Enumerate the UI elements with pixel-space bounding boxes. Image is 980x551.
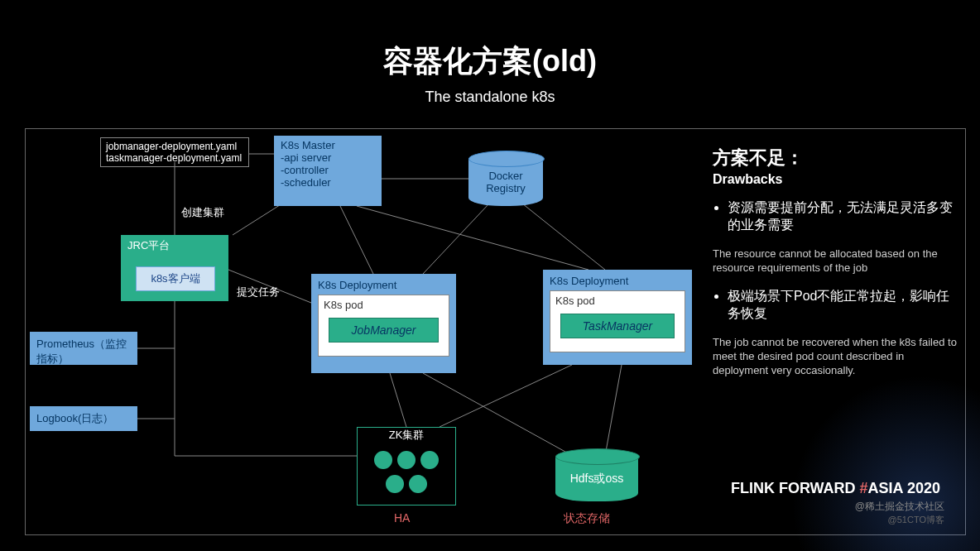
drawbacks-heading-en: Drawbacks [713, 172, 961, 187]
k8s-master-box: K8s Master -api server -controller -sche… [274, 136, 382, 206]
dep1-pod: K8s pod JobManager [318, 295, 449, 357]
jrc-platform-box: JRC平台 k8s客户端 [121, 235, 228, 301]
k8s-client-box: k8s客户端 [136, 266, 215, 291]
label-submit-task: 提交任务 [237, 285, 280, 299]
svg-line-6 [423, 204, 489, 274]
diagram-canvas: jobmanager-deployment.yaml taskmanager-d… [25, 128, 966, 535]
footer-p1: FLINK FORWARD [731, 480, 856, 496]
drawback-2-cn: 极端场景下Pod不能正常拉起，影响任务恢复 [728, 288, 961, 323]
prometheus-box: Prometheus（监控指标） [30, 332, 137, 365]
jrc-header: JRC平台 [127, 238, 222, 253]
zk-nodes [358, 449, 455, 497]
label-state-storage: 状态存储 [564, 511, 610, 526]
drawback-2-en: The job cannot be recovered when the k8s… [713, 336, 961, 378]
hdfs-label: Hdfs或oss [570, 472, 624, 486]
drawback-1-en: The resource cannot be allocated based o… [713, 247, 961, 276]
k8s-master-header: K8s Master [281, 139, 375, 151]
dep2-pod: K8s pod TaskManager [550, 290, 685, 352]
deployment-jobmanager: K8s Deployment K8s pod JobManager [311, 274, 456, 373]
svg-line-4 [340, 206, 373, 274]
footer-hash: # [860, 480, 868, 496]
dep2-header: K8s Deployment [550, 275, 685, 287]
yaml-files-box: jobmanager-deployment.yaml taskmanager-d… [100, 137, 249, 167]
hdfs-cylinder: Hdfs或oss [555, 456, 638, 501]
dep1-pod-label: K8s pod [324, 299, 444, 311]
svg-line-2 [233, 204, 282, 235]
event-footer: FLINK FORWARD #ASIA 2020 [731, 480, 940, 497]
k8s-master-api: -api server [281, 151, 375, 164]
label-create-cluster: 创建集群 [181, 205, 224, 220]
docker-label-2: Registry [486, 182, 526, 194]
dep1-header: K8s Deployment [318, 279, 449, 291]
zk-label: ZK集群 [358, 428, 455, 443]
drawback-1-cn: 资源需要提前分配，无法满足灵活多变的业务需要 [728, 199, 961, 234]
watermark-juejin: @稀土掘金技术社区 [855, 500, 944, 514]
svg-line-14 [440, 365, 572, 427]
svg-line-7 [522, 204, 605, 270]
footer-p2: ASIA 2020 [868, 480, 940, 496]
k8s-master-controller: -controller [281, 164, 375, 176]
svg-line-5 [357, 206, 588, 270]
drawbacks-heading-cn: 方案不足： [713, 146, 961, 170]
label-ha: HA [394, 511, 410, 525]
drawbacks-panel: 方案不足： Drawbacks 资源需要提前分配，无法满足灵活多变的业务需要 T… [713, 146, 961, 377]
slide-subtitle: The standalone k8s [0, 89, 980, 106]
yaml-line-2: taskmanager-deployment.yaml [106, 152, 243, 164]
jobmanager-box: JobManager [329, 318, 439, 343]
docker-registry-cylinder: Docker Registry [468, 158, 543, 206]
yaml-line-1: jobmanager-deployment.yaml [106, 141, 243, 152]
slide-title: 容器化方案(old) [0, 41, 980, 82]
svg-line-16 [605, 365, 622, 456]
taskmanager-box: TaskManager [560, 314, 675, 338]
k8s-master-scheduler: -scheduler [281, 176, 375, 189]
zk-cluster-box: ZK集群 [357, 427, 456, 505]
watermark-51cto: @51CTO博客 [888, 514, 944, 526]
docker-label-1: Docker [488, 170, 522, 182]
dep2-pod-label: K8s pod [555, 295, 680, 307]
deployment-taskmanager: K8s Deployment K8s pod TaskManager [543, 270, 692, 365]
svg-line-13 [390, 373, 406, 427]
logbook-box: Logbook(日志） [30, 406, 137, 431]
